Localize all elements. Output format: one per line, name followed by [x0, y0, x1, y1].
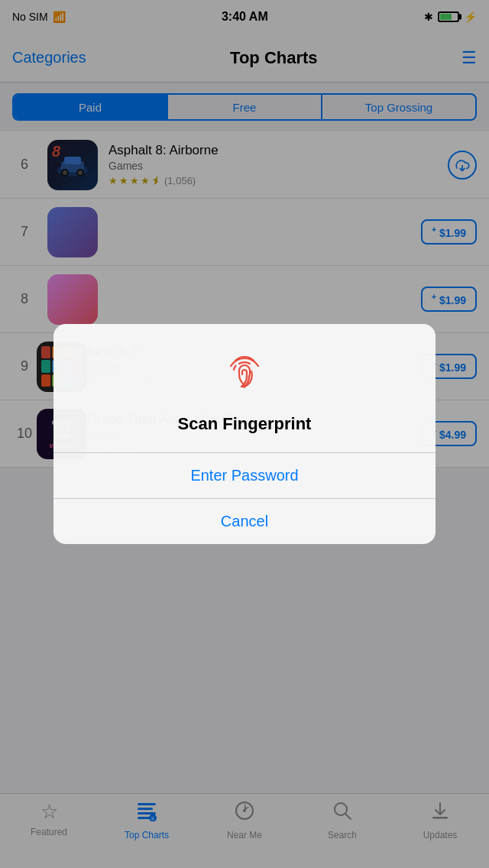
modal-overlay[interactable]: Scan Fingerprint Enter Password Cancel: [0, 0, 489, 868]
fingerprint-modal: Scan Fingerprint Enter Password Cancel: [53, 324, 436, 544]
modal-body: Scan Fingerprint: [53, 324, 436, 452]
enter-password-button[interactable]: Enter Password: [53, 453, 436, 498]
fingerprint-icon: [217, 347, 272, 402]
modal-title: Scan Fingerprint: [76, 414, 413, 434]
cancel-button[interactable]: Cancel: [53, 499, 436, 544]
